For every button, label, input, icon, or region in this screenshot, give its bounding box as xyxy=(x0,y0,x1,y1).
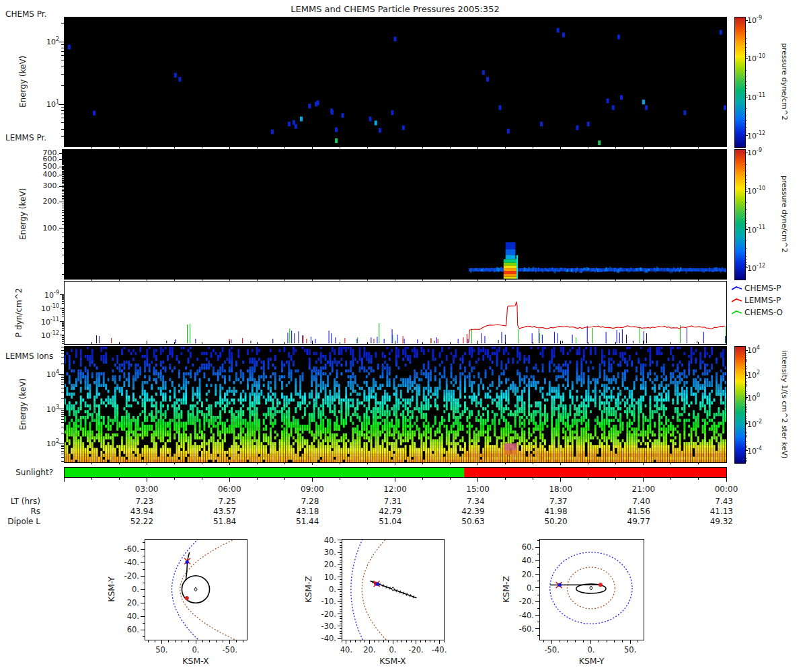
sunlight-bar xyxy=(64,467,726,477)
pressure-colorbar-1-tick: 10-12 xyxy=(747,131,787,140)
svg-text:30.: 30. xyxy=(324,548,336,557)
dipole-value: 51.04 xyxy=(362,517,402,526)
svg-text:-40.: -40. xyxy=(519,611,534,620)
lt-value: 7.43 xyxy=(693,497,733,506)
pressure-colorbar-1-tick: 10-10 xyxy=(747,54,787,63)
svg-text:40.: 40. xyxy=(127,612,139,621)
chems-spectrogram xyxy=(64,17,726,146)
ions-panel-label: LEMMS Ions xyxy=(5,352,53,362)
ions-spectrogram xyxy=(64,346,727,463)
lt-value: 7.40 xyxy=(610,497,650,506)
svg-text:-60.: -60. xyxy=(519,624,534,634)
svg-text:0.: 0. xyxy=(587,645,594,655)
pressure-ytick: 10-10 xyxy=(26,304,59,313)
dipole-value: 49.77 xyxy=(610,517,650,526)
dipole-value: 51.44 xyxy=(278,517,319,526)
rs-value: 42.79 xyxy=(362,507,402,516)
intensity-colorbar-tick: 100 xyxy=(747,393,787,403)
rs-value: 43.18 xyxy=(278,507,319,516)
hour-label: 15:00 xyxy=(458,485,498,494)
pressure-colorbar-2-tick: 10-11 xyxy=(747,225,787,235)
svg-text:40.: 40. xyxy=(340,645,352,655)
lemms-ytick: 400. xyxy=(26,171,59,179)
dipole-value: 49.32 xyxy=(693,517,733,526)
svg-text:60.: 60. xyxy=(127,625,139,634)
rs-value: 41.56 xyxy=(610,507,650,516)
svg-text:0.: 0. xyxy=(329,585,336,594)
page-title: LEMMS and CHEMS Particle Pressures 2005:… xyxy=(64,5,726,15)
intensity-colorbar-tick: 10-2 xyxy=(747,419,787,429)
pressure-colorbar-2-tick: 10-10 xyxy=(747,186,787,196)
svg-text:-30.: -30. xyxy=(321,622,336,631)
legend-item-chems-o: CHEMS-O xyxy=(744,308,783,318)
svg-text:-40.: -40. xyxy=(124,558,139,567)
orbit-xlabel: KSM-X xyxy=(182,656,209,666)
svg-text:-20.: -20. xyxy=(124,571,139,581)
hour-label: 21:00 xyxy=(623,485,664,494)
pressure-colorbar-1-tick: 10-9 xyxy=(747,15,787,25)
pressure-ytick: 10-12 xyxy=(26,331,59,340)
chems-ytick: 101 xyxy=(26,99,59,109)
svg-text:-50.: -50. xyxy=(222,645,237,655)
rs-value: 43.94 xyxy=(113,507,153,516)
svg-text:20.: 20. xyxy=(522,570,534,579)
orbit-xlabel: KSM-X xyxy=(379,656,406,666)
hour-label: 00:00 xyxy=(706,485,746,494)
svg-text:20.: 20. xyxy=(127,598,139,607)
legend-item-chems-p: CHEMS-P xyxy=(744,284,781,294)
pressure-line-plot xyxy=(64,281,726,344)
svg-text:0.: 0. xyxy=(527,583,534,593)
dipole-value: 50.63 xyxy=(445,517,485,526)
chems-ytick: 102 xyxy=(26,37,59,46)
svg-text:-40.: -40. xyxy=(432,645,447,655)
ions-ytick: 102 xyxy=(26,439,59,448)
intensity-colorbar xyxy=(734,346,746,464)
figure-root: 50.0.-50.-60.-40.-20.0.20.40.60.KSM-XKSM… xyxy=(0,0,807,672)
lemms-ytick: 200. xyxy=(26,198,59,206)
legend-swatch-lemms-p xyxy=(732,299,742,302)
dipole-value: 52.22 xyxy=(113,517,153,526)
pressure-colorbar-2-tick: 10-9 xyxy=(747,148,787,157)
row-label-dipole-l: Dipole L xyxy=(5,517,40,527)
intensity-colorbar-label: intensity 1/(s cm^2 ster keV) xyxy=(779,346,788,462)
svg-text:-20.: -20. xyxy=(408,645,423,655)
rs-value: 43.57 xyxy=(196,507,236,516)
legend-item-lemms-p: LEMMS-P xyxy=(744,296,781,306)
svg-text:0.: 0. xyxy=(192,645,200,655)
svg-text:40.: 40. xyxy=(522,556,534,565)
legend-swatch-chems-o xyxy=(732,311,742,314)
lemms-ytick: 300. xyxy=(26,182,59,190)
dipole-value: 50.20 xyxy=(527,517,568,526)
intensity-colorbar-tick: 10-4 xyxy=(747,446,787,456)
svg-text:20.: 20. xyxy=(324,560,336,569)
orbit-plot-ksm-y-ksm-z: -50.0.50.60.40.20.0.-20.-40.-60.KSM-YKSM… xyxy=(501,539,644,666)
svg-text:-10.: -10. xyxy=(321,597,336,606)
pressure-colorbar-2 xyxy=(734,149,746,280)
chems-energy-axis-label: Energy (keV) xyxy=(19,17,29,146)
orbit-plot-ksm-x-ksm-y: 50.0.-50.-60.-40.-20.0.20.40.60.KSM-XKSM… xyxy=(106,539,247,666)
svg-text:-50.: -50. xyxy=(544,645,559,655)
svg-text:-20.: -20. xyxy=(519,597,534,606)
svg-text:-20.: -20. xyxy=(321,610,336,619)
pressure-colorbar-2-tick: 10-12 xyxy=(747,263,787,273)
svg-text:0.: 0. xyxy=(132,585,139,594)
pressure-axis-label: P dyn/cm^2 xyxy=(15,281,25,344)
lemms-spectrogram xyxy=(64,149,727,281)
hour-label: 06:00 xyxy=(209,485,249,494)
orbit-plot-ksm-x-ksm-z: 40.20.0.-20.-40.40.30.20.10.0.-10.-20.-3… xyxy=(303,536,447,666)
orbit-ylabel: KSM-Z xyxy=(501,576,511,603)
svg-text:10.: 10. xyxy=(324,573,336,582)
ions-ytick: 103 xyxy=(26,405,59,414)
row-label-rs: Rs xyxy=(5,507,40,517)
pressure-ytick: 10-9 xyxy=(26,290,59,300)
lt-value: 7.28 xyxy=(278,497,319,506)
orbit-ylabel: KSM-Y xyxy=(106,577,116,602)
hour-label: 09:00 xyxy=(292,485,332,494)
pressure-colorbar-label-1: pressure dyne/cm^2 xyxy=(779,17,788,146)
row-label-lt: LT (hrs) xyxy=(5,497,40,507)
lt-value: 7.37 xyxy=(527,497,568,506)
lemms-ytick: 100. xyxy=(26,224,59,233)
hour-label: 03:00 xyxy=(126,485,167,494)
lt-value: 7.25 xyxy=(196,497,236,506)
svg-text:40.: 40. xyxy=(324,536,336,545)
